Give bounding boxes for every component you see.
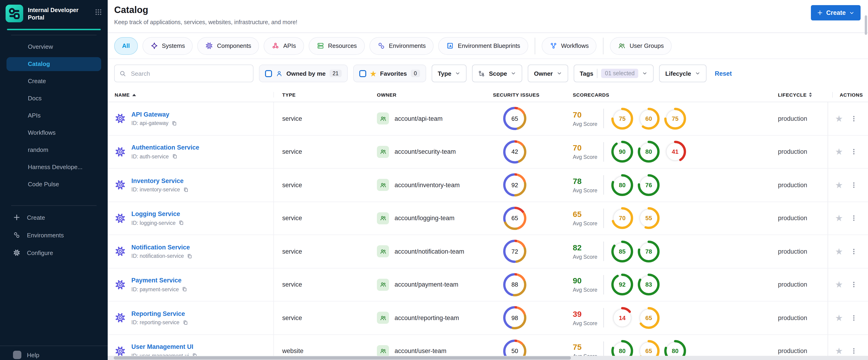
tab-environments[interactable]: Environments — [370, 37, 434, 55]
column-header-lifecycle[interactable]: LIFECYCLE — [778, 92, 832, 97]
tab-components[interactable]: Components — [197, 37, 259, 55]
favorite-star-button[interactable]: ★ — [835, 313, 843, 322]
favorites-checkbox[interactable] — [360, 70, 367, 77]
favorite-star-button[interactable]: ★ — [835, 148, 843, 156]
sidebar-item-harness-develope[interactable]: Harness Develope... — [6, 160, 101, 174]
search-field[interactable] — [130, 69, 248, 77]
scorecard-ring[interactable]: 65 — [638, 307, 659, 329]
entity-name-link[interactable]: Inventory Service — [131, 177, 184, 184]
tags-selected-chip: 01 selected — [601, 69, 639, 78]
sidebar-item-catalog[interactable]: Catalog — [6, 57, 101, 71]
scorecard-ring[interactable]: 90 — [611, 141, 633, 163]
row-menu-kebab-button[interactable] — [850, 248, 857, 255]
entity-name-link[interactable]: Reporting Service — [131, 310, 185, 317]
cell-owner: account/payment-team — [377, 268, 493, 301]
lifecycle-dropdown[interactable]: Lifecycle — [659, 65, 706, 82]
sidebar-item-random[interactable]: random — [6, 143, 101, 157]
scorecard-ring[interactable]: 92 — [611, 274, 633, 296]
owner-dropdown-label: Owner — [534, 70, 553, 77]
sidebar-item-code-pulse[interactable]: Code Pulse — [6, 177, 101, 191]
search-input[interactable] — [114, 65, 253, 82]
vertical-scrollbar-thumb[interactable] — [865, 15, 867, 35]
row-menu-kebab-button[interactable] — [850, 348, 857, 355]
entity-name-link[interactable]: Payment Service — [131, 277, 182, 284]
scorecard-ring[interactable]: 76 — [638, 174, 659, 196]
tags-dropdown[interactable]: Tags 01 selected — [574, 65, 654, 82]
entity-name-link[interactable]: Logging Service — [131, 211, 180, 218]
favorite-star-button[interactable]: ★ — [835, 247, 843, 256]
avg-score-label: Avg Score — [573, 221, 601, 227]
tab-user-groups[interactable]: User Groups — [610, 37, 672, 55]
create-button[interactable]: Create — [811, 5, 861, 21]
row-menu-kebab-button[interactable] — [850, 215, 857, 222]
owned-by-me-filter[interactable]: Owned by me 21 — [259, 65, 348, 82]
favorite-star-button[interactable]: ★ — [835, 181, 843, 189]
entity-type: website — [282, 348, 304, 355]
chevron-down-icon — [695, 70, 701, 76]
scorecard-ring[interactable]: 78 — [638, 241, 659, 263]
type-dropdown[interactable]: Type — [432, 65, 467, 82]
scope-dropdown[interactable]: Scope — [472, 65, 522, 82]
entity-name-link[interactable]: Authentication Service — [131, 144, 199, 151]
sidebar-footer-item-configure[interactable]: Configure — [6, 246, 101, 260]
scorecard-ring[interactable]: 55 — [638, 207, 659, 229]
favorite-star-button[interactable]: ★ — [835, 280, 843, 289]
row-menu-kebab-button[interactable] — [850, 115, 857, 122]
row-menu-kebab-button[interactable] — [850, 314, 857, 322]
copy-icon[interactable] — [171, 120, 177, 126]
scorecard-ring[interactable]: 70 — [611, 207, 633, 229]
sidebar-footer-item-environments[interactable]: Environments — [6, 228, 101, 242]
favorite-star-button[interactable]: ★ — [835, 114, 843, 123]
entity-name-link[interactable]: User Management UI — [131, 343, 193, 351]
owned-by-me-checkbox[interactable] — [265, 70, 272, 77]
scorecard-ring[interactable]: 85 — [611, 241, 633, 263]
tab-environment-blueprints[interactable]: Environment Blueprints — [438, 37, 528, 55]
scorecard-ring[interactable]: 80 — [638, 141, 659, 163]
copy-icon[interactable] — [172, 153, 178, 159]
favorite-star-button[interactable]: ★ — [835, 347, 843, 356]
row-menu-kebab-button[interactable] — [850, 148, 857, 155]
owner-dropdown[interactable]: Owner — [528, 65, 568, 82]
row-menu-kebab-button[interactable] — [850, 281, 857, 288]
favorites-filter[interactable]: ★ Favorites 0 — [353, 65, 426, 82]
sidebar-item-docs[interactable]: Docs — [6, 91, 101, 106]
scorecard-ring[interactable]: 83 — [638, 274, 659, 296]
tab-resources[interactable]: Resources — [308, 37, 365, 55]
avg-score-value: 90 — [573, 277, 601, 286]
sidebar-footer-item-create[interactable]: Create — [6, 210, 101, 224]
cell-actions: ★ — [828, 136, 868, 168]
copy-icon[interactable] — [182, 320, 188, 326]
sidebar-item-create[interactable]: Create — [6, 74, 101, 88]
horizontal-scrollbar-track[interactable] — [108, 356, 868, 360]
row-menu-kebab-button[interactable] — [850, 182, 857, 188]
entity-name-link[interactable]: Notification Service — [131, 244, 190, 251]
tab-systems[interactable]: Systems — [142, 37, 193, 55]
copy-icon[interactable] — [187, 253, 193, 259]
cell-security: 98 — [493, 301, 563, 334]
tab-workflows[interactable]: Workflows — [541, 37, 596, 55]
horizontal-scrollbar-thumb[interactable] — [114, 356, 571, 360]
sidebar-item-workflows[interactable]: Workflows — [6, 126, 101, 140]
favorite-star-button[interactable]: ★ — [835, 214, 843, 223]
copy-icon[interactable] — [178, 220, 184, 226]
entity-name-link[interactable]: API Gateway — [131, 111, 169, 118]
scorecard-ring[interactable]: 80 — [611, 174, 633, 196]
scorecard-ring[interactable]: 14 — [611, 307, 633, 329]
reset-filters-link[interactable]: Reset — [715, 70, 732, 77]
column-header-name[interactable]: NAME — [108, 92, 274, 97]
copy-icon[interactable] — [182, 287, 188, 292]
tab-apis[interactable]: APIs — [264, 37, 304, 55]
scorecard-ring[interactable]: 75 — [611, 108, 633, 129]
sidebar-item-overview[interactable]: Overview — [6, 40, 101, 54]
sidebar-item-apis[interactable]: APIs — [6, 109, 101, 123]
scorecard-ring[interactable]: 75 — [664, 108, 686, 129]
cell-lifecycle: production — [778, 235, 828, 268]
copy-icon[interactable] — [183, 187, 189, 193]
avg-score-label: Avg Score — [573, 287, 601, 293]
tab-all[interactable]: All — [114, 37, 137, 55]
scorecard-ring[interactable]: 60 — [638, 108, 659, 129]
apps-grid-icon[interactable] — [95, 5, 102, 16]
sidebar-item-help[interactable]: Help — [0, 346, 108, 359]
scorecard-ring[interactable]: 41 — [664, 141, 686, 163]
entity-name-block: API GatewayID: api-gateway — [115, 111, 177, 126]
